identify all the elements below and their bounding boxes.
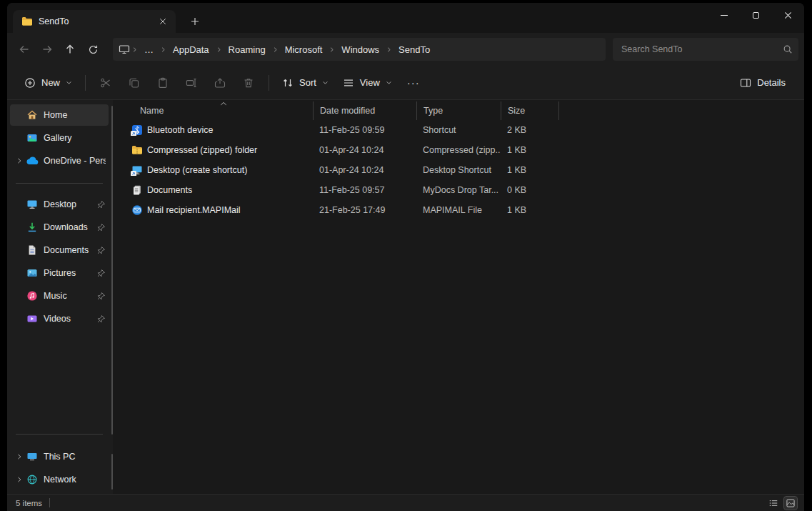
sidebar-item-music[interactable]: Music bbox=[10, 285, 109, 307]
chevron-down-icon bbox=[386, 79, 392, 86]
cut-button[interactable] bbox=[91, 71, 120, 95]
sidebar-item-downloads[interactable]: Downloads bbox=[10, 217, 109, 238]
column-header-label: Size bbox=[508, 106, 525, 116]
chevron-slot bbox=[14, 291, 24, 301]
up-button[interactable] bbox=[59, 38, 81, 61]
chevron-right-icon[interactable] bbox=[14, 156, 24, 166]
paste-button[interactable] bbox=[149, 71, 177, 95]
breadcrumb-microsoft[interactable]: Microsoft bbox=[280, 42, 328, 57]
sidebar-item-this-pc[interactable]: This PC bbox=[10, 446, 109, 467]
pictures-icon bbox=[26, 267, 38, 279]
chevron-slot bbox=[14, 245, 24, 255]
sidebar-item-documents[interactable]: Documents bbox=[10, 239, 109, 261]
file-size: 1 KB bbox=[501, 205, 558, 215]
pin-icon[interactable] bbox=[96, 268, 106, 278]
address-bar[interactable]: … AppData Roaming Microsoft Windows Send… bbox=[113, 38, 606, 61]
large-icons-view-toggle-icon[interactable] bbox=[784, 497, 797, 510]
sidebar-item-label: Music bbox=[44, 291, 96, 301]
copy-button[interactable] bbox=[120, 71, 149, 95]
this-pc-icon bbox=[26, 451, 38, 463]
mail-recipient-icon bbox=[131, 204, 143, 216]
search-box[interactable] bbox=[613, 38, 798, 61]
pin-icon[interactable] bbox=[96, 222, 106, 232]
file-row-documents[interactable]: Documents 11-Feb-25 09:57 MyDocs Drop Ta… bbox=[113, 180, 804, 200]
rename-button[interactable] bbox=[177, 71, 206, 95]
sidebar-item-pictures[interactable]: Pictures bbox=[10, 262, 109, 284]
pin-icon[interactable] bbox=[96, 314, 106, 324]
new-button[interactable]: New bbox=[17, 71, 79, 95]
screen: SendTo bbox=[0, 0, 812, 511]
details-pane-label: Details bbox=[757, 77, 786, 88]
column-header-row: Name Date modified Type Size bbox=[113, 101, 804, 120]
chevron-right-icon[interactable] bbox=[14, 452, 24, 462]
onedrive-icon bbox=[26, 155, 38, 167]
sidebar-item-videos[interactable]: Videos bbox=[10, 308, 109, 329]
file-date-modified: 01-Apr-24 10:24 bbox=[313, 165, 416, 175]
file-date-modified: 21-Feb-25 17:49 bbox=[313, 205, 416, 215]
this-pc-icon[interactable] bbox=[119, 44, 130, 55]
minimize-button[interactable] bbox=[708, 3, 740, 27]
details-pane-button[interactable]: Details bbox=[733, 71, 793, 95]
chevron-slot bbox=[14, 110, 24, 120]
forward-button[interactable] bbox=[36, 38, 59, 61]
sort-button[interactable]: Sort bbox=[275, 71, 336, 95]
shortcut-arrow-overlay bbox=[131, 171, 136, 176]
close-button[interactable] bbox=[772, 3, 804, 27]
search-input[interactable] bbox=[621, 44, 783, 54]
more-options-button[interactable]: ··· bbox=[399, 71, 428, 95]
file-type: Desktop Shortcut bbox=[416, 165, 501, 175]
column-header-name[interactable]: Name bbox=[113, 101, 313, 120]
pin-icon[interactable] bbox=[96, 291, 106, 301]
search-icon[interactable] bbox=[783, 44, 793, 54]
statusbar-view-toggles bbox=[767, 497, 797, 510]
chevron-right-icon bbox=[131, 46, 138, 53]
sidebar-item-network[interactable]: Network bbox=[10, 469, 109, 490]
file-size: 1 KB bbox=[501, 145, 558, 155]
file-size: 1 KB bbox=[501, 165, 558, 175]
breadcrumb-sendto[interactable]: SendTo bbox=[394, 42, 435, 57]
breadcrumb-windows[interactable]: Windows bbox=[336, 42, 384, 57]
chevron-down-icon bbox=[66, 79, 72, 86]
breadcrumb-roaming[interactable]: Roaming bbox=[224, 42, 271, 57]
breadcrumb-overflow[interactable]: … bbox=[139, 42, 159, 57]
chevron-slot bbox=[14, 199, 24, 209]
tab-close-icon[interactable] bbox=[156, 14, 170, 29]
file-name: Mail recipient.MAPIMail bbox=[147, 205, 241, 215]
file-row-bluetooth-device[interactable]: Bluetooth device 11-Feb-25 09:59 Shortcu… bbox=[113, 120, 804, 140]
column-header-size[interactable]: Size bbox=[501, 101, 558, 120]
column-header-type[interactable]: Type bbox=[416, 101, 501, 120]
pin-icon[interactable] bbox=[96, 199, 106, 209]
sidebar-scrollbar-thumb-lower[interactable] bbox=[111, 454, 113, 490]
sidebar-item-label: Downloads bbox=[44, 222, 96, 232]
refresh-button[interactable] bbox=[81, 38, 104, 61]
column-header-label: Type bbox=[423, 106, 443, 116]
sidebar-item-onedrive[interactable]: OneDrive - Pers bbox=[10, 150, 109, 172]
bluetooth-device-icon bbox=[131, 124, 143, 136]
sidebar-divider bbox=[16, 434, 103, 435]
pin-icon[interactable] bbox=[96, 245, 106, 255]
back-button[interactable] bbox=[13, 38, 36, 61]
explorer-tab[interactable]: SendTo bbox=[13, 10, 176, 33]
documents-icon bbox=[26, 244, 38, 257]
details-view-toggle-icon[interactable] bbox=[767, 497, 780, 510]
column-header-date-modified[interactable]: Date modified bbox=[313, 101, 416, 120]
new-tab-button[interactable] bbox=[186, 12, 204, 31]
breadcrumb-appdata[interactable]: AppData bbox=[168, 42, 214, 57]
share-button[interactable] bbox=[206, 71, 234, 95]
sidebar-scrollbar-thumb[interactable] bbox=[111, 106, 113, 435]
chevron-right-icon[interactable] bbox=[14, 475, 24, 485]
chevron-slot bbox=[14, 222, 24, 232]
navigation-pane: Home Gallery OneDrive - Pers bbox=[7, 100, 113, 494]
file-row-mail-recipient[interactable]: Mail recipient.MAPIMail 21-Feb-25 17:49 … bbox=[113, 200, 804, 220]
delete-button[interactable] bbox=[234, 71, 263, 95]
file-row-compressed-folder[interactable]: Compressed (zipped) folder 01-Apr-24 10:… bbox=[113, 140, 804, 160]
view-button[interactable]: View bbox=[336, 71, 399, 95]
desktop-icon bbox=[26, 199, 38, 211]
sidebar-item-gallery[interactable]: Gallery bbox=[10, 127, 109, 149]
sidebar-item-desktop[interactable]: Desktop bbox=[10, 194, 109, 215]
sidebar-item-home[interactable]: Home bbox=[10, 104, 109, 126]
file-type: MAPIMAIL File bbox=[416, 205, 501, 215]
file-name: Compressed (zipped) folder bbox=[147, 145, 257, 155]
file-row-desktop-shortcut[interactable]: Desktop (create shortcut) 01-Apr-24 10:2… bbox=[113, 160, 804, 180]
maximize-button[interactable] bbox=[740, 3, 772, 27]
